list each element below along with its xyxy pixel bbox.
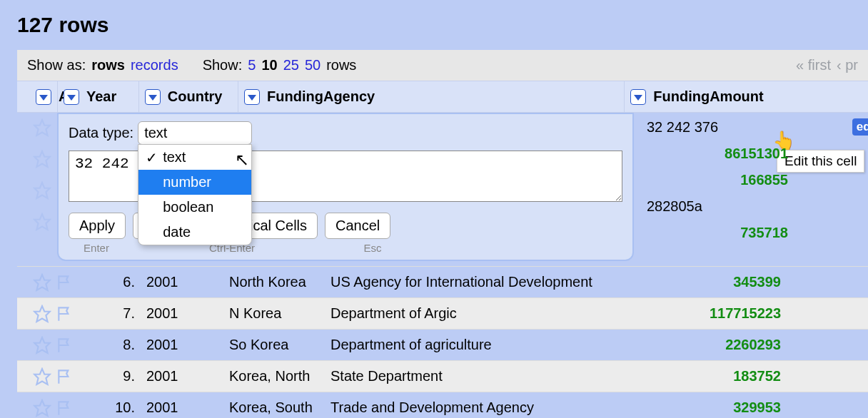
star-icon[interactable] xyxy=(33,399,51,417)
svg-marker-4 xyxy=(34,275,50,290)
svg-marker-6 xyxy=(34,337,50,353)
column-menu-amount-icon[interactable] xyxy=(630,89,646,105)
star-icon[interactable] xyxy=(33,213,51,231)
cell-country[interactable]: North Korea xyxy=(223,274,325,290)
view-toolbar: Show as: rows records Show: 5 10 25 50 r… xyxy=(17,50,868,81)
cell-agency[interactable]: State Department xyxy=(325,368,637,384)
row-number: 8. xyxy=(94,337,141,353)
cell-edit-popup: Data type: text text number boolean date… xyxy=(57,113,634,261)
star-icon[interactable] xyxy=(33,181,51,200)
star-icon[interactable] xyxy=(33,336,51,355)
rows-suffix: rows xyxy=(326,57,356,73)
data-type-label: Data type: xyxy=(69,125,133,141)
column-menu-country-icon[interactable] xyxy=(145,89,161,105)
table-row: 10.2001Korea, SouthTrade and Development… xyxy=(17,392,868,418)
edit-tooltip: Edit this cell xyxy=(777,150,864,173)
page-size-5[interactable]: 5 xyxy=(248,57,256,73)
table-row: 6.2001North KoreaUS Agency for Internati… xyxy=(17,267,868,298)
cell-year[interactable]: 2001 xyxy=(141,305,223,322)
view-rows[interactable]: rows xyxy=(91,57,125,73)
type-option-boolean[interactable]: boolean xyxy=(138,195,251,220)
cell-amount[interactable]: 183752 xyxy=(637,368,787,384)
flag-icon[interactable] xyxy=(56,367,74,386)
amount-cell[interactable]: 282805a xyxy=(642,198,788,215)
page-size-50[interactable]: 50 xyxy=(305,57,321,73)
amount-cell[interactable]: 86151301 xyxy=(642,146,788,162)
column-agency-label: FundingAgency xyxy=(267,88,375,105)
data-type-menu: text number boolean date xyxy=(138,144,252,245)
cell-country[interactable]: N Korea xyxy=(223,305,325,322)
hint-esc: Esc xyxy=(340,242,405,254)
svg-marker-7 xyxy=(34,369,50,384)
column-amount-label: FundingAmount xyxy=(653,88,763,105)
cell-country[interactable]: Korea, North xyxy=(223,368,325,384)
table-row: 7.2001N KoreaDepartment of Argic11771522… xyxy=(17,298,868,330)
star-icon[interactable] xyxy=(33,118,51,137)
row-number: 9. xyxy=(94,368,141,384)
svg-marker-2 xyxy=(34,183,50,198)
table-row: 8.2001So KoreaDepartment of agriculture2… xyxy=(17,330,868,361)
amount-cell[interactable]: 735718 xyxy=(642,225,788,241)
svg-marker-0 xyxy=(34,120,50,136)
svg-marker-5 xyxy=(34,306,50,322)
cell-year[interactable]: 2001 xyxy=(141,274,223,290)
row-count-heading: 127 rows xyxy=(17,13,868,37)
row-number: 7. xyxy=(94,305,141,322)
star-icon[interactable] xyxy=(33,367,51,386)
cell-country[interactable]: Korea, South xyxy=(223,399,325,416)
edit-cell-button[interactable]: edit xyxy=(852,118,868,136)
data-type-select[interactable]: text text number boolean date ↖ xyxy=(138,121,252,145)
cell-agency[interactable]: Department of Argic xyxy=(325,305,637,322)
column-country-label: Country xyxy=(168,88,223,105)
first-page-link[interactable]: « first xyxy=(796,57,831,73)
row-number: 10. xyxy=(94,399,141,416)
cell-agency[interactable]: US Agency for International Development xyxy=(325,274,637,290)
hint-enter: Enter xyxy=(69,242,124,254)
cell-amount[interactable]: 117715223 xyxy=(637,305,787,322)
flag-icon[interactable] xyxy=(56,399,74,417)
cell-year[interactable]: 2001 xyxy=(141,368,223,384)
show-label: Show: xyxy=(203,57,243,73)
show-as-label: Show as: xyxy=(27,57,86,73)
type-option-date[interactable]: date xyxy=(138,220,251,245)
svg-marker-3 xyxy=(34,214,50,230)
svg-marker-8 xyxy=(34,400,50,416)
column-menu-all-icon[interactable] xyxy=(36,89,51,105)
cell-agency[interactable]: Department of agriculture xyxy=(325,337,637,353)
cell-amount[interactable]: 2260293 xyxy=(637,337,787,353)
flag-icon[interactable] xyxy=(56,273,74,292)
row-number: 6. xyxy=(94,274,141,290)
cell-year[interactable]: 2001 xyxy=(141,337,223,353)
cell-amount[interactable]: 345399 xyxy=(637,274,787,290)
amount-cell-raw[interactable]: 32 242 376 xyxy=(642,119,852,136)
table-row: 9.2001Korea, NorthState Department183752 xyxy=(17,361,868,392)
star-icon[interactable] xyxy=(33,273,51,292)
apply-button[interactable]: Apply xyxy=(69,213,126,239)
svg-marker-1 xyxy=(34,151,50,167)
type-option-number[interactable]: number xyxy=(138,170,251,195)
view-records[interactable]: records xyxy=(131,57,178,73)
amount-cell[interactable]: 166855 xyxy=(642,172,788,188)
flag-icon[interactable] xyxy=(56,305,74,323)
page-size-10[interactable]: 10 xyxy=(261,57,277,73)
flag-icon[interactable] xyxy=(56,336,74,355)
prev-page-link[interactable]: ‹ pr xyxy=(837,57,858,73)
cell-amount[interactable]: 329953 xyxy=(637,399,787,416)
column-year-label: Year xyxy=(86,88,116,105)
column-menu-agency-icon[interactable] xyxy=(244,89,260,105)
cell-year[interactable]: 2001 xyxy=(141,399,223,416)
star-icon[interactable] xyxy=(33,150,51,168)
cell-country[interactable]: So Korea xyxy=(223,337,325,353)
column-header-row: All Year Country FundingAgency FundingAm… xyxy=(17,81,868,113)
column-menu-year-icon[interactable] xyxy=(64,89,79,105)
type-option-text[interactable]: text xyxy=(138,145,251,170)
page-size-25[interactable]: 25 xyxy=(283,57,299,73)
cell-agency[interactable]: Trade and Development Agency xyxy=(325,399,637,416)
cancel-button[interactable]: Cancel xyxy=(325,213,390,239)
star-icon[interactable] xyxy=(33,305,51,323)
